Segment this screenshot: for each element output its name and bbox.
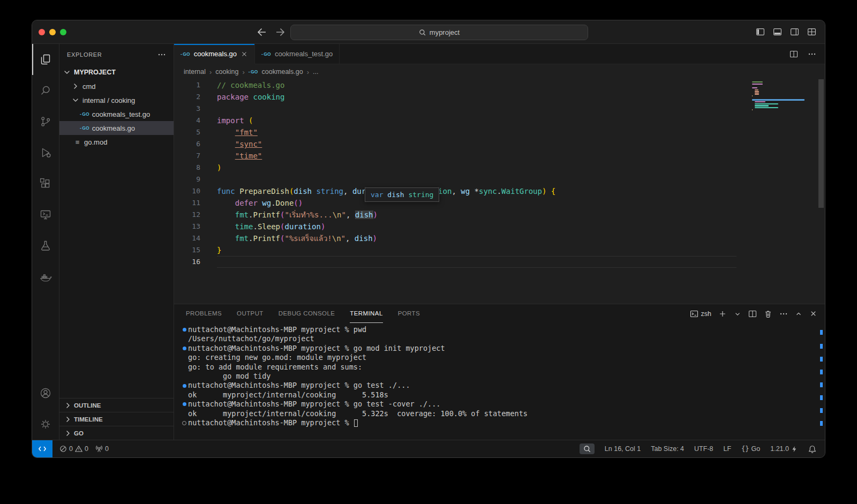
editor-scrollbar[interactable]	[817, 79, 825, 304]
line-number: 3	[174, 103, 200, 115]
panel-tab-debug-console[interactable]: DEBUG CONSOLE	[279, 304, 335, 323]
breadcrumb-item[interactable]: cookmeals.go	[262, 68, 303, 76]
go-version-status[interactable]: 1.21.0	[770, 445, 798, 453]
back-button[interactable]	[256, 26, 268, 38]
breadcrumb-item[interactable]: cooking	[215, 68, 238, 76]
tab-label: cookmeals.go	[194, 50, 237, 58]
tree-item-cookmeals-go[interactable]: GOcookmeals.go	[59, 121, 174, 135]
activity-item-source-control[interactable]	[32, 106, 59, 137]
panel-tab-ports[interactable]: PORTS	[398, 304, 420, 323]
ports-indicator[interactable]: 0	[95, 445, 109, 453]
breadcrumb-item[interactable]: internal	[184, 68, 206, 76]
split-editor-icon[interactable]	[790, 50, 798, 58]
code-line-5[interactable]: 5 "fmt"	[174, 126, 736, 138]
close-tab-icon[interactable]	[240, 50, 248, 58]
workbench: EXPLORER MYPROJECT cmdinternal / cooking…	[32, 44, 825, 440]
remote-indicator[interactable]	[32, 440, 52, 457]
line-number: 15	[174, 244, 200, 256]
section-go-label: GO	[74, 430, 84, 437]
files-icon	[39, 53, 52, 66]
activity-item-settings[interactable]	[32, 409, 59, 440]
eol-label: LF	[724, 445, 732, 453]
tree-item-cmd[interactable]: cmd	[59, 79, 174, 93]
notifications-bell-icon[interactable]	[808, 445, 816, 453]
activity-item-remote-explorer[interactable]	[32, 199, 59, 230]
cursor-position[interactable]: Ln 16, Col 1	[605, 445, 641, 453]
code-line-13[interactable]: 13 time.Sleep(duration)	[174, 221, 736, 232]
code-line-11[interactable]: 11 defer wg.Done()	[174, 197, 736, 209]
minimap[interactable]	[752, 81, 812, 113]
maximize-panel-icon[interactable]	[795, 310, 802, 318]
terminal-line: go: creating new go.mod: module myprojec…	[181, 353, 825, 362]
activity-item-run-debug[interactable]	[32, 137, 59, 168]
terminal-line: nuttachot@Machintoshs-MBP myproject % pw…	[181, 325, 825, 334]
tree-item-go-mod[interactable]: ≡go.mod	[59, 135, 174, 149]
code-line-2[interactable]: 2package cooking	[174, 91, 736, 103]
toggle-secondary-sidebar-icon[interactable]	[790, 27, 799, 36]
tab-cookmeals-go[interactable]: GO cookmeals.go	[174, 44, 255, 64]
command-center[interactable]: myproject	[290, 25, 588, 40]
activity-item-testing[interactable]	[32, 230, 59, 261]
code-line-14[interactable]: 14 fmt.Printf("%sเสร็จแล้ว!\n", dish)	[174, 232, 736, 244]
code-line-7[interactable]: 7 "time"	[174, 150, 736, 162]
terminal-line: go: to add module requirements and sums:	[181, 363, 825, 372]
kill-terminal-icon[interactable]	[764, 310, 772, 318]
code-line-3[interactable]: 3	[174, 103, 736, 115]
tab-cookmeals-test-go[interactable]: GO cookmeals_test.go	[255, 44, 340, 64]
chevron-right-icon	[64, 401, 72, 410]
code-line-1[interactable]: 1// cookmeals.go	[174, 79, 736, 91]
chevron-right-icon	[71, 82, 80, 91]
code-line-6[interactable]: 6 "sync"	[174, 138, 736, 150]
shell-chip[interactable]: zsh	[690, 310, 711, 318]
panel-header: PROBLEMSOUTPUTDEBUG CONSOLETERMINALPORTS…	[174, 304, 825, 323]
section-outline[interactable]: OUTLINE	[59, 398, 174, 412]
tree-root-myproject[interactable]: MYPROJECT	[59, 65, 174, 79]
customize-layout-icon[interactable]	[807, 27, 816, 36]
scrollbar-thumb[interactable]	[818, 79, 824, 208]
panel-tab-output[interactable]: OUTPUT	[237, 304, 264, 323]
decoration-spacer	[181, 390, 188, 400]
panel-tab-terminal[interactable]: TERMINAL	[350, 304, 382, 323]
maximize-window-button[interactable]	[60, 29, 66, 35]
encoding-label: UTF-8	[694, 445, 713, 453]
code-line-9[interactable]: 9	[174, 174, 736, 185]
toggle-sidebar-icon[interactable]	[756, 27, 765, 36]
section-go[interactable]: GO	[59, 426, 174, 440]
terminal[interactable]: nuttachot@Machintoshs-MBP myproject % pw…	[174, 323, 825, 440]
tree-item-internal-cooking[interactable]: internal / cooking	[59, 93, 174, 107]
panel-more-actions-icon[interactable]	[779, 310, 788, 318]
code-line-8[interactable]: 8)	[174, 162, 736, 174]
code-line-16[interactable]: 16	[174, 256, 736, 268]
activity-item-explorer[interactable]	[32, 44, 59, 75]
line-content: import (	[217, 115, 736, 126]
problems-indicator[interactable]: 0 0	[59, 445, 88, 453]
activity-item-search[interactable]	[32, 75, 59, 106]
forward-button[interactable]	[274, 26, 286, 38]
split-terminal-icon[interactable]	[748, 310, 757, 318]
code-line-12[interactable]: 12 fmt.Printf("เริ่มทำ%s...\n", dish)	[174, 209, 736, 221]
language-mode[interactable]: {}Go	[741, 445, 760, 453]
code-line-15[interactable]: 15}	[174, 244, 736, 256]
close-panel-icon[interactable]	[809, 310, 817, 318]
minimize-window-button[interactable]	[49, 29, 56, 35]
activity-item-docker[interactable]	[32, 261, 59, 292]
code-line-4[interactable]: 4import (	[174, 115, 736, 126]
code-line-10[interactable]: 10func PrepareDish(dish string, duration…	[174, 185, 736, 197]
toggle-panel-icon[interactable]	[773, 27, 782, 36]
eol-status[interactable]: LF	[724, 445, 732, 453]
indentation-status[interactable]: Tab Size: 4	[651, 445, 684, 453]
section-timeline[interactable]: TIMELINE	[59, 412, 174, 426]
tree-item-cookmeals-test-go[interactable]: GOcookmeals_test.go	[59, 107, 174, 121]
encoding-status[interactable]: UTF-8	[694, 445, 713, 453]
panel-tab-problems[interactable]: PROBLEMS	[186, 304, 222, 323]
explorer-more-actions-icon[interactable]	[157, 50, 166, 59]
breadcrumb-item[interactable]: ...	[313, 68, 318, 76]
activity-item-extensions[interactable]	[32, 168, 59, 199]
editor[interactable]: 1// cookmeals.go2package cooking34import…	[174, 79, 825, 304]
close-window-button[interactable]	[39, 29, 45, 35]
new-terminal-icon[interactable]	[718, 310, 727, 318]
terminal-dropdown-icon[interactable]	[734, 310, 741, 318]
editor-more-actions-icon[interactable]	[808, 50, 816, 58]
activity-item-accounts[interactable]	[32, 378, 59, 409]
zoom-status-button[interactable]	[580, 443, 595, 454]
